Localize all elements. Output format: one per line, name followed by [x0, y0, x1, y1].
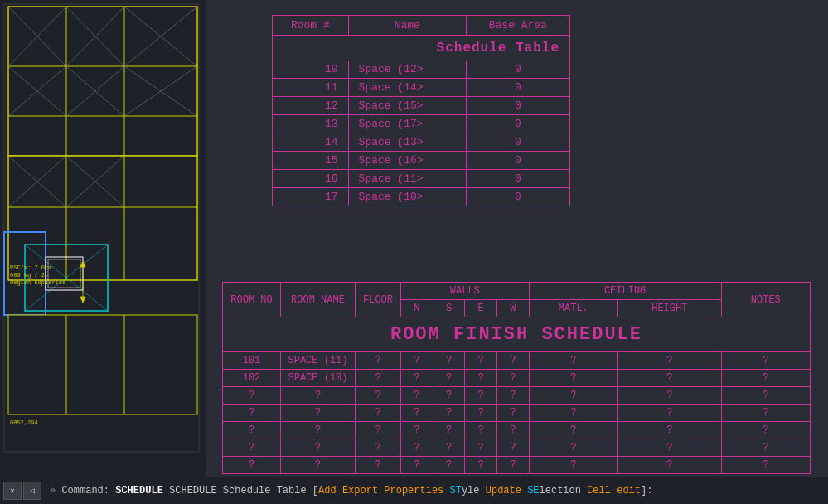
finish-wall-n: ? [401, 439, 433, 457]
schedule-row: 14 Space (13> 0 [273, 133, 570, 152]
key-properties[interactable]: Properties [384, 485, 443, 497]
finish-room-no: ? [223, 422, 281, 439]
finish-room-no: ? [223, 457, 281, 474]
schedule-base-area: 0 [466, 97, 569, 115]
schedule-base-area: 0 [466, 170, 569, 188]
finish-wall-n: ? [401, 422, 433, 439]
cad-drawing-area: RSC/×: 7.0cm 089 kg / 2– Region Kopierte… [0, 0, 206, 477]
finish-wall-n: ? [401, 370, 433, 387]
finish-wall-n: ? [401, 405, 433, 422]
svg-rect-19 [8, 156, 197, 280]
finish-wall-w: ? [496, 457, 529, 474]
schedule-row: 13 Space (17> 0 [273, 115, 570, 133]
schedule-room-name: Space (12> [348, 61, 466, 79]
finish-row: ? ? ? ? ? ? ? ? ? ? [223, 387, 811, 405]
key-cell[interactable]: Cell edit [587, 485, 641, 497]
ceiling-sub-header: MATL. [529, 300, 617, 317]
schedule-row: 16 Space (11> 0 [273, 170, 570, 188]
col-ceiling: CEILING [529, 283, 721, 300]
finish-schedule-container: ROOM FINISH SCHEDULE ROOM NO ROOM NAME F… [222, 282, 811, 474]
walls-sub-header: W [496, 300, 529, 317]
finish-ceiling-height: ? [618, 370, 722, 387]
finish-wall-n: ? [401, 352, 433, 370]
finish-notes: ? [721, 457, 810, 474]
finish-notes: ? [721, 387, 810, 405]
finish-notes: ? [721, 370, 810, 387]
schedule-room-name: Space (14> [348, 79, 466, 97]
schedule-room-num: 13 [273, 115, 349, 133]
schedule-base-area: 0 [466, 152, 569, 170]
finish-wall-s: ? [433, 352, 465, 370]
finish-ceiling-matl: ? [529, 387, 617, 405]
command-bar: ✕ ◁ » Command: SCHEDULE SCHEDULE Schedul… [0, 477, 828, 504]
schedule-room-name: Space (10> [348, 188, 466, 206]
finish-row: ? ? ? ? ? ? ? ? ? ? [223, 457, 811, 474]
schedule-base-area: 0 [466, 61, 569, 79]
walls-sub-header: S [433, 300, 465, 317]
key-add[interactable]: Add [318, 485, 337, 497]
finish-room-name: SPACE (11) [281, 352, 356, 370]
finish-room-name: ? [281, 439, 356, 457]
finish-wall-s: ? [433, 387, 465, 405]
finish-floor: ? [356, 405, 401, 422]
schedule-row: 12 Space (15> 0 [273, 97, 570, 115]
finish-row: ? ? ? ? ? ? ? ? ? ? [223, 422, 811, 439]
ceiling-sub-header: HEIGHT [618, 300, 722, 317]
finish-wall-e: ? [465, 405, 497, 422]
finish-wall-w: ? [496, 352, 529, 370]
finish-wall-e: ? [465, 387, 497, 405]
schedule-room-name: Space (13> [348, 133, 466, 152]
finish-room-no: ? [223, 439, 281, 457]
finish-notes: ? [721, 439, 810, 457]
finish-schedule-title: ROOM FINISH SCHEDULE [223, 317, 811, 352]
finish-ceiling-height: ? [618, 387, 722, 405]
command-text-prefix: SCHEDULE Schedule Table [ [169, 485, 318, 497]
schedule-room-num: 17 [273, 188, 349, 206]
finish-room-no: 102 [223, 370, 281, 387]
finish-wall-e: ? [465, 352, 497, 370]
finish-ceiling-height: ? [618, 405, 722, 422]
command-name: SCHEDULE [115, 485, 163, 497]
schedule-room-num: 14 [273, 133, 349, 152]
finish-wall-w: ? [496, 422, 529, 439]
walls-sub-header: E [465, 300, 497, 317]
main-content-area: Schedule Table Room # Name Base Area 10 … [206, 0, 828, 477]
finish-wall-e: ? [465, 370, 497, 387]
back-icon[interactable]: ◁ [23, 482, 41, 500]
key-update[interactable]: Update [486, 485, 521, 497]
finish-floor: ? [356, 370, 401, 387]
key-selection[interactable]: SE [527, 485, 539, 497]
schedule-table-title: Schedule Table [273, 36, 570, 61]
finish-row: 101 SPACE (11) ? ? ? ? ? ? ? ? [223, 352, 811, 370]
finish-room-no: 101 [223, 352, 281, 370]
finish-room-name: ? [281, 457, 356, 474]
schedule-room-name: Space (16> [348, 152, 466, 170]
command-line: » Command: SCHEDULE SCHEDULE Schedule Ta… [45, 485, 828, 497]
close-icon[interactable]: ✕ [3, 482, 22, 500]
col-header-name: Name [348, 16, 466, 36]
finish-room-name: SPACE (10) [281, 370, 356, 387]
col-room-no: ROOM NO [223, 283, 281, 317]
finish-room-no: ? [223, 387, 281, 405]
finish-wall-e: ? [465, 457, 497, 474]
finish-wall-s: ? [433, 405, 465, 422]
schedule-room-name: Space (11> [348, 170, 466, 188]
schedule-base-area: 0 [466, 133, 569, 152]
col-header-room: Room # [273, 16, 349, 36]
finish-ceiling-matl: ? [529, 439, 617, 457]
key-export[interactable]: Export [342, 485, 378, 497]
finish-floor: ? [356, 422, 401, 439]
finish-room-name: ? [281, 405, 356, 422]
finish-wall-e: ? [465, 439, 497, 457]
finish-notes: ? [721, 352, 810, 370]
finish-row: 102 SPACE (10) ? ? ? ? ? ? ? ? [223, 370, 811, 387]
finish-ceiling-matl: ? [529, 422, 617, 439]
finish-floor: ? [356, 352, 401, 370]
key-style[interactable]: ST [450, 485, 462, 497]
schedule-row: 11 Space (14> 0 [273, 79, 570, 97]
finish-wall-s: ? [433, 422, 465, 439]
schedule-room-num: 12 [273, 97, 349, 115]
finish-wall-n: ? [401, 457, 433, 474]
finish-floor: ? [356, 439, 401, 457]
schedule-base-area: 0 [466, 79, 569, 97]
